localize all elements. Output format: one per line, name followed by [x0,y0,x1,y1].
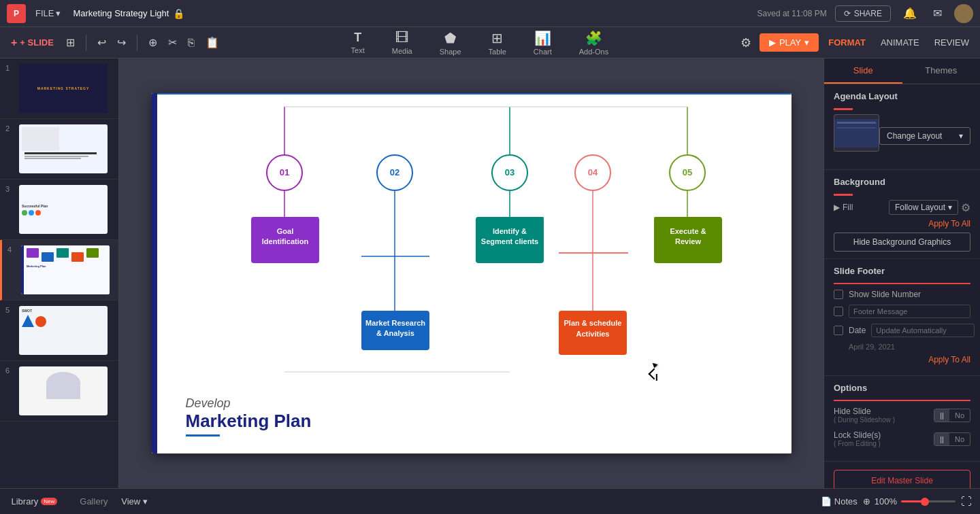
lock-slide-no[interactable]: No [949,433,970,445]
notification-bell[interactable]: 🔔 [899,4,921,22]
paint-format-button[interactable]: ⊕ [144,33,161,52]
grid-view-button[interactable]: ⊞ [62,33,79,52]
edit-master-slide-button[interactable]: Edit Master Slide [834,470,970,488]
settings-button[interactable]: ⚙ [736,33,755,53]
svg-text:Activities: Activities [576,330,609,338]
slide-thumbnail-5[interactable]: 5 SWOT [0,301,118,361]
paste-button[interactable]: 📋 [201,33,223,52]
add-slide-button[interactable]: + + SLIDE [5,34,59,52]
slide-preview-2 [19,124,108,173]
notes-icon: 📄 [821,496,832,507]
review-tab[interactable]: REVIEW [929,35,975,50]
diagram-svg: 01 Goal Identification 02 Market Researc… [179,100,778,406]
footer-title: Slide Footer [834,266,970,276]
date-input[interactable] [871,324,975,337]
zoom-slider[interactable] [901,500,956,502]
options-title: Options [834,383,970,393]
background-section: Background ▶ Fill Follow Layout ▾ ⚙ Appl… [824,170,980,259]
main-content: 1 MARKETING STRATEGY 2 3 [0,58,980,488]
lock-slide-ii[interactable]: || [934,433,949,445]
slides-sidebar: 1 MARKETING STRATEGY 2 3 [0,58,119,488]
divider [86,35,86,51]
hide-slide-toggle[interactable]: || No [934,409,970,422]
apply-all-footer: Apply To All [834,355,970,364]
hide-background-graphics-button[interactable]: Hide Background Graphics [834,233,970,252]
footer-red-line [834,283,970,284]
right-panel: Slide Themes Agenda Layout Change Layout… [823,58,980,488]
tab-themes[interactable]: Themes [902,58,981,84]
undo-button[interactable]: ↩ [93,33,110,52]
hide-slide-no[interactable]: No [949,409,970,422]
library-new-badge: New [41,498,57,505]
fill-settings-icon[interactable]: ⚙ [961,201,970,214]
shape-tool[interactable]: ⬟ Shape [434,27,467,58]
share-button[interactable]: ⟳ SHARE [835,5,891,22]
show-slide-number-label: Show Slide Number [849,290,921,299]
animate-tab[interactable]: ANIMATE [875,35,925,50]
tab-slide[interactable]: Slide [824,58,902,84]
svg-text:Goal: Goal [276,227,293,235]
chart-tool[interactable]: 📊 Chart [528,27,557,58]
zoom-controls: ⊕ 100% [863,496,956,507]
notes-label: Notes [834,496,858,507]
footer-message-checkbox[interactable] [834,307,843,316]
apply-to-all-bg: Apply To All [834,219,970,228]
sidebar-bottom-tabs: Library New Gallery [0,488,119,514]
media-tool[interactable]: 🎞 Media [387,27,418,58]
mail-icon[interactable]: ✉ [929,4,946,22]
slide-content: 01 Goal Identification 02 Market Researc… [152,93,791,453]
redo-button[interactable]: ↪ [113,33,130,52]
play-button[interactable]: ▶ PLAY ▾ [760,33,819,52]
lock-slide-toggle[interactable]: || No [934,432,970,446]
text-tool[interactable]: T Text [346,28,370,57]
fill-row: ▶ Fill Follow Layout ▾ ⚙ [834,200,970,215]
svg-text:Market Research: Market Research [365,319,425,327]
left-accent-bar [152,93,157,453]
slide-thumbnail-1[interactable]: 1 MARKETING STRATEGY [0,58,118,119]
slide-preview-3: Successful Plan [19,185,108,234]
notes-button[interactable]: 📄 Notes [821,496,858,507]
file-menu[interactable]: FILE ▾ [31,5,65,21]
gallery-tab[interactable]: Gallery [80,496,108,507]
footer-message-row [834,305,970,318]
svg-text:04: 04 [587,167,598,177]
top-right-controls: Saved at 11:08 PM ⟳ SHARE 🔔 ✉ [757,4,973,23]
user-avatar[interactable] [954,4,973,23]
footer-message-input[interactable] [849,305,970,318]
top-bar: P FILE ▾ Marketing Strategy Light 🔒 Save… [0,0,980,27]
fill-value-dropdown[interactable]: Follow Layout ▾ [889,200,958,215]
svg-text:Identify &: Identify & [492,227,526,235]
slide-thumbnail-2[interactable]: 2 [0,119,118,179]
slide-preview-6 [19,366,108,415]
document-title: Marketing Strategy Light 🔒 [73,8,184,19]
hide-slide-row: Hide Slide ( During Slideshow ) || No [834,407,970,424]
fill-label: ▶ Fill [834,203,853,212]
options-red-line [834,400,970,401]
format-tab[interactable]: FORMAT [823,35,871,50]
marketing-plan-title: Marketing Plan [186,411,312,432]
show-slide-number-checkbox[interactable] [834,290,843,299]
copy-button[interactable]: ⎘ [184,34,199,52]
hide-slide-ii[interactable]: || [934,409,949,422]
lock-icon: 🔒 [173,8,184,19]
lock-slide-label-group: Lock Slide(s) ( From Editing ) [834,430,881,447]
svg-text:Identification: Identification [261,237,308,245]
change-layout-button[interactable]: Change Layout ▾ [879,127,970,145]
slide-thumbnail-6[interactable]: 6 [0,361,118,422]
fullscreen-button[interactable]: ⛶ [961,496,972,508]
library-tab[interactable]: Library New [12,496,58,507]
table-tool[interactable]: ⊞ Table [483,27,512,58]
date-checkbox[interactable] [834,326,843,335]
zoom-percent-label: 100% [875,496,897,507]
view-chevron-icon: ▾ [143,496,148,507]
layout-title: Agenda Layout [834,91,970,101]
canvas-area[interactable]: 01 Goal Identification 02 Market Researc… [119,58,823,488]
cut-button[interactable]: ✂ [164,33,181,52]
svg-text:Execute &: Execute & [670,227,706,235]
slide-thumbnail-3[interactable]: 3 Successful Plan [0,179,118,240]
app-logo: P [7,4,26,23]
addons-tool[interactable]: 🧩 Add-Ons [574,27,614,58]
toolbar: + + SLIDE ⊞ ↩ ↪ ⊕ ✂ ⎘ 📋 T Text 🎞 Media ⬟… [0,27,980,58]
slide-thumbnail-4[interactable]: 4 Marketing Plan [0,240,118,301]
develop-label: Develop [186,396,312,411]
